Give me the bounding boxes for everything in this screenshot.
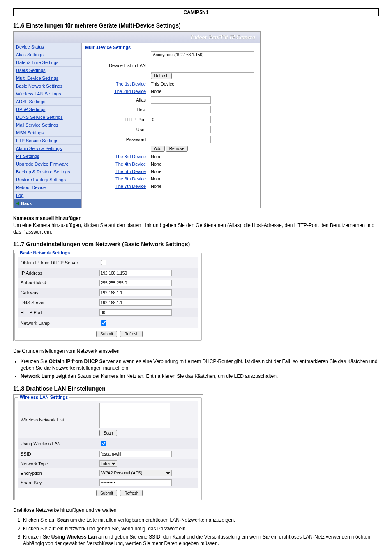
http-label: HTTP Port: [18, 308, 97, 317]
wireless-lan-screenshot: Wireless LAN Settings Wireless Network L…: [13, 394, 203, 500]
alias-input[interactable]: [151, 96, 211, 104]
dev3-val: None: [149, 153, 256, 160]
sidebar-item-msn[interactable]: MSN Settings: [14, 129, 81, 137]
sidebar-item-basic-network[interactable]: Basic Network Settings: [14, 82, 81, 90]
http-port-input[interactable]: [151, 116, 211, 123]
host-label: Host: [86, 105, 148, 114]
sidebar-item-upgrade[interactable]: Upgrade Device Firmware: [14, 160, 81, 168]
bns-bullet-1: Kreuzen Sie Obtain IP from DHCP Server a…: [21, 358, 379, 371]
cameras-add-text: Um eine Kamera hinzuzufügen, klicken Sie…: [13, 222, 379, 235]
gw-input[interactable]: [99, 289, 172, 296]
dev6-val: None: [149, 176, 256, 182]
mask-label: Subnet Mask: [18, 278, 97, 288]
dev6-link[interactable]: The 6th Device: [115, 176, 146, 181]
multi-device-screenshot: Indoor Pan/Tilt IP Camera Device Status …: [13, 31, 261, 208]
dev5-link[interactable]: The 5th Device: [115, 169, 146, 174]
section-11-6-title: 11.6 Einstellungen für mehrere Geräte (M…: [13, 22, 379, 29]
alias-label: Alias: [86, 95, 148, 104]
bns-submit-button[interactable]: Submit: [96, 331, 117, 337]
wls-submit-button[interactable]: Submit: [96, 490, 117, 496]
ip-label: IP Address: [18, 268, 97, 278]
sidebar-item-alarm[interactable]: Alarm Service Settings: [14, 145, 81, 153]
dev7-val: None: [149, 183, 256, 190]
dev1-link[interactable]: The 1st Device: [116, 81, 146, 86]
section-11-7-title: 11.7 Grundeinstellungen vom Netzwerk (Ba…: [13, 241, 379, 247]
lamp-label: Network Lamp: [18, 317, 97, 328]
basic-network-screenshot: Basic Network Settings Obtain IP from DH…: [13, 250, 203, 341]
key-input[interactable]: [99, 479, 172, 486]
mask-input[interactable]: [99, 280, 172, 286]
dns-input[interactable]: [99, 299, 172, 306]
side-menu: Device Status Alias Settings Date & Time…: [14, 43, 82, 208]
back-label: Back: [21, 201, 32, 206]
network-list-box[interactable]: [99, 403, 170, 428]
banner-title: Indoor Pan/Tilt IP Camera: [14, 32, 260, 43]
sidebar-item-ftp[interactable]: FTP Service Settings: [14, 137, 81, 145]
refresh-button[interactable]: Refresh: [151, 73, 172, 79]
ssid-input[interactable]: [99, 451, 172, 457]
enc-select[interactable]: WPA2 Personal (AES): [99, 470, 172, 476]
sidebar-item-adsl[interactable]: ADSL Settings: [14, 98, 81, 106]
dhcp-checkbox[interactable]: [101, 260, 106, 265]
sidebar-item-pt[interactable]: PT Settings: [14, 153, 81, 160]
user-label: User: [86, 125, 148, 134]
sidebar-item-backup[interactable]: Backup & Restore Settings: [14, 168, 81, 176]
dev2-link[interactable]: The 2nd Device: [114, 89, 146, 94]
use-wlan-label: Using Wireless LAN: [18, 438, 97, 449]
bns-intro: Die Grundeinstellungen vom Netzwerk eins…: [13, 348, 379, 354]
enc-label: Encryption: [18, 468, 97, 478]
remove-button[interactable]: Remove: [166, 146, 188, 152]
cameras-add-heading: Kameras manuell hinzufügen: [13, 215, 379, 221]
netlist-label: Wireless Network List: [18, 401, 97, 438]
sidebar-item-date-time[interactable]: Date & Time Settings: [14, 59, 81, 67]
arrow-back-icon: [16, 201, 19, 206]
sidebar-item-upnp[interactable]: UPnP Settings: [14, 106, 81, 113]
scan-button[interactable]: Scan: [99, 430, 117, 436]
sidebar-back[interactable]: Back: [14, 199, 81, 208]
add-button[interactable]: Add: [151, 146, 165, 152]
dev4-val: None: [149, 161, 256, 167]
lamp-checkbox[interactable]: [101, 320, 106, 326]
bns-bullet-2: Network Lamp zeigt den Status der Kamera…: [21, 373, 379, 379]
host-input[interactable]: [151, 106, 211, 113]
bns-legend: Basic Network Settings: [18, 250, 71, 255]
password-input[interactable]: [151, 136, 211, 143]
device-list-box[interactable]: Anonymous(192.168.1.150): [151, 51, 254, 73]
use-wlan-checkbox[interactable]: [101, 441, 106, 446]
sidebar-item-reboot[interactable]: Reboot Device: [14, 184, 81, 192]
multi-device-title: Multi-Device Settings: [85, 45, 131, 50]
http-input[interactable]: [99, 309, 172, 316]
key-label: Share Key: [18, 478, 97, 488]
password-label: Password: [86, 135, 148, 144]
wls-refresh-button[interactable]: Refresh: [120, 490, 143, 496]
dev1-val: This Device: [149, 81, 256, 87]
wls-step-2: Klicken Sie auf ein Netzwerk und geben S…: [23, 525, 379, 532]
sidebar-item-device-status[interactable]: Device Status: [14, 43, 81, 51]
user-input[interactable]: [151, 126, 211, 133]
dns-label: DNS Server: [18, 298, 97, 308]
dev5-val: None: [149, 168, 256, 175]
ntype-select[interactable]: Infra: [99, 460, 117, 467]
sidebar-item-ddns[interactable]: DDNS Service Settings: [14, 113, 81, 121]
wls-step-1: Klicken Sie auf Scan um die Liste mit al…: [23, 517, 379, 523]
ip-input[interactable]: [99, 270, 172, 276]
sidebar-item-wireless-lan[interactable]: Wireless LAN Settings: [14, 90, 81, 98]
device-list-label: Device List in LAN: [86, 51, 148, 80]
sidebar-item-restore-factory[interactable]: Restore Factory Settings: [14, 176, 81, 184]
dev4-link[interactable]: The 4th Device: [115, 162, 146, 166]
dhcp-label: Obtain IP from DHCP Server: [18, 257, 97, 268]
sidebar-item-log[interactable]: Log: [14, 192, 81, 199]
wls-intro: Drahtlose Netzwerke hinzufügen und verwa…: [13, 507, 379, 513]
bns-refresh-button[interactable]: Refresh: [120, 331, 143, 337]
page-header: CAMIP5N1: [13, 8, 379, 16]
wls-step-3: Kreuzen Sie Using Wireless Lan an und ge…: [23, 534, 379, 547]
dev3-link[interactable]: The 3rd Device: [115, 154, 146, 159]
wls-legend: Wireless LAN Settings: [18, 395, 69, 400]
http-port-label: HTTP Port: [86, 115, 148, 124]
sidebar-item-alias-settings[interactable]: Alias Settings: [14, 51, 81, 59]
sidebar-item-mail[interactable]: Mail Service Settings: [14, 121, 81, 129]
section-11-8-title: 11.8 Drahtlose LAN-Einstellungen: [13, 385, 379, 392]
sidebar-item-users[interactable]: Users Settings: [14, 67, 81, 74]
sidebar-item-multi-device[interactable]: Multi-Device Settings: [14, 74, 81, 82]
dev7-link[interactable]: The 7th Device: [115, 184, 146, 189]
